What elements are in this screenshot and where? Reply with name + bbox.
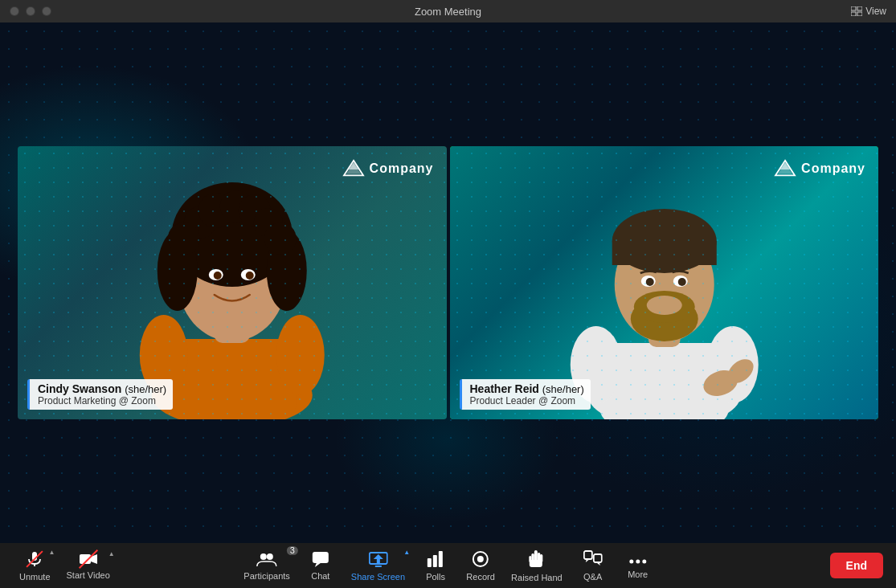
svg-rect-63 xyxy=(534,550,538,561)
chat-label: Chat xyxy=(311,571,329,581)
polls-icon xyxy=(427,550,444,570)
maximize-button[interactable] xyxy=(42,6,51,16)
camera-icon xyxy=(79,552,98,569)
view-button[interactable]: View xyxy=(851,6,886,17)
unmute-button[interactable]: ▲ Unmute xyxy=(13,547,57,585)
svg-rect-71 xyxy=(594,554,602,562)
participant-name-cindy: Cindy Swanson (she/her) xyxy=(38,382,166,395)
participants-button[interactable]: ▲ 3 Participants xyxy=(237,548,296,584)
company-logo-icon-cindy xyxy=(342,159,365,178)
participant-name-heather: Heather Reid (she/her) xyxy=(470,382,584,395)
share-screen-label: Share Screen xyxy=(351,572,405,582)
video-grid: Company Cindy Swanson (she/her) Product … xyxy=(0,22,896,543)
more-button[interactable]: More xyxy=(617,549,659,582)
toolbar-center: ▲ 3 Participants Chat ▲ xyxy=(237,546,658,586)
unmute-chevron[interactable]: ▲ xyxy=(49,549,55,556)
participants-icon: 3 xyxy=(256,551,277,570)
company-logo-text-heather: Company xyxy=(801,161,865,176)
raised-hand-icon xyxy=(529,549,545,571)
svg-rect-59 xyxy=(433,555,437,567)
video-dots-heather xyxy=(450,146,879,419)
video-bg-heather xyxy=(450,146,879,419)
polls-button[interactable]: Polls xyxy=(415,547,456,585)
svg-rect-69 xyxy=(584,551,592,559)
raised-hand-label: Raised Hand xyxy=(511,573,563,582)
svg-point-74 xyxy=(636,560,640,564)
svg-point-51 xyxy=(260,553,267,560)
svg-rect-2 xyxy=(851,12,856,16)
record-button[interactable]: Record xyxy=(460,547,501,585)
traffic-lights xyxy=(10,6,51,16)
qa-button[interactable]: Q&A xyxy=(572,547,614,585)
svg-rect-3 xyxy=(857,12,862,16)
svg-rect-1 xyxy=(857,6,862,10)
toolbar-right: End xyxy=(830,553,883,578)
chat-icon xyxy=(312,551,329,570)
company-logo-heather: Company xyxy=(774,159,865,178)
end-button[interactable]: End xyxy=(830,553,883,578)
svg-marker-56 xyxy=(373,554,383,564)
more-icon xyxy=(629,552,647,568)
participants-label: Participants xyxy=(243,571,289,581)
unmute-label: Unmute xyxy=(19,572,51,582)
more-label: More xyxy=(628,570,648,579)
svg-rect-47 xyxy=(32,552,37,561)
start-video-label: Start Video xyxy=(67,570,110,580)
record-label: Record xyxy=(466,572,494,582)
svg-point-52 xyxy=(267,553,273,560)
svg-marker-50 xyxy=(91,554,97,564)
video-participant-cindy: Company Cindy Swanson (she/her) Product … xyxy=(18,146,447,419)
start-video-button[interactable]: ▲ Start Video xyxy=(60,549,117,583)
name-badge-heather: Heather Reid (she/her) Product Leader @ … xyxy=(460,379,591,410)
window-title: Zoom Meeting xyxy=(415,6,481,18)
svg-rect-49 xyxy=(80,554,91,564)
view-icon xyxy=(851,6,862,16)
toolbar: ▲ Unmute ▲ xyxy=(0,543,896,588)
share-screen-chevron[interactable]: ▲ xyxy=(403,549,410,556)
participant-title-heather: Product Leader @ Zoom xyxy=(470,395,584,406)
chat-button[interactable]: Chat xyxy=(300,548,342,584)
svg-point-62 xyxy=(477,556,484,562)
company-logo-cindy: Company xyxy=(342,159,434,178)
video-dots-cindy xyxy=(18,146,447,419)
raised-hand-button[interactable]: Raised Hand xyxy=(505,546,569,586)
close-button[interactable] xyxy=(10,6,19,16)
svg-rect-68 xyxy=(530,560,542,567)
svg-rect-58 xyxy=(428,558,432,567)
svg-point-73 xyxy=(629,560,633,564)
polls-label: Polls xyxy=(426,572,445,582)
svg-rect-53 xyxy=(313,552,329,563)
svg-rect-60 xyxy=(439,551,443,567)
share-screen-button[interactable]: ▲ Share Screen xyxy=(345,547,411,585)
name-badge-cindy: Cindy Swanson (she/her) Product Marketin… xyxy=(27,379,173,410)
video-bg-cindy xyxy=(18,146,447,419)
start-video-chevron[interactable]: ▲ xyxy=(108,550,115,557)
participants-count-badge: 3 xyxy=(287,546,298,555)
svg-rect-0 xyxy=(851,6,856,10)
qa-icon xyxy=(583,550,603,570)
company-logo-icon-heather xyxy=(774,159,796,178)
toolbar-left: ▲ Unmute ▲ xyxy=(13,547,117,585)
share-screen-icon xyxy=(368,550,387,570)
microphone-icon xyxy=(26,550,43,570)
qa-label: Q&A xyxy=(583,572,602,582)
title-bar: Zoom Meeting View xyxy=(0,0,896,22)
company-logo-text-cindy: Company xyxy=(370,161,434,176)
svg-point-75 xyxy=(642,560,646,564)
video-participant-heather: Company Heather Reid (she/her) Product L… xyxy=(450,146,879,419)
view-label: View xyxy=(865,6,886,17)
main-video-area: Company Cindy Swanson (she/her) Product … xyxy=(0,22,896,543)
svg-marker-54 xyxy=(315,563,321,567)
record-icon xyxy=(472,550,489,570)
minimize-button[interactable] xyxy=(26,6,35,16)
participant-title-cindy: Product Marketing @ Zoom xyxy=(38,395,166,406)
